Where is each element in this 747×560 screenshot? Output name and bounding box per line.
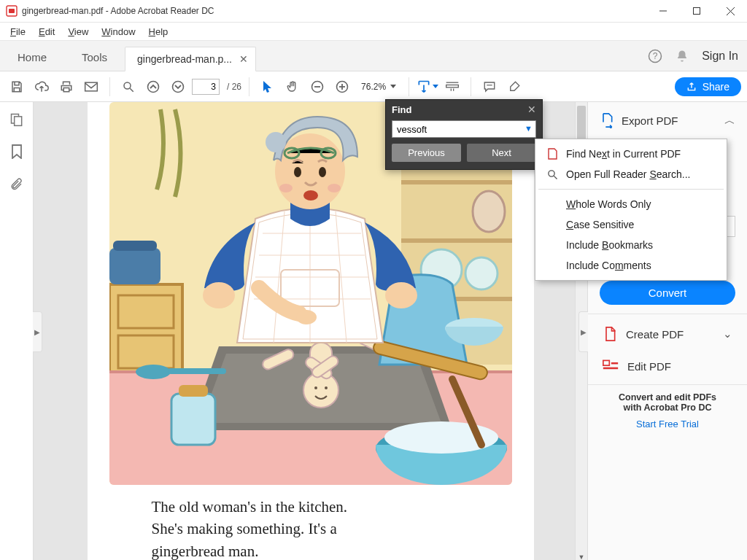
highlight-icon[interactable]	[503, 76, 525, 98]
menu-whole-words[interactable]: Whole Words Only	[535, 194, 727, 214]
close-button[interactable]	[713, 0, 747, 22]
svg-point-11	[148, 81, 159, 92]
tab-row: Home Tools gingerbread-man.p... ✕ ? Sign…	[0, 41, 747, 71]
page-content: The old woman's in the kitchen. She's ma…	[88, 102, 534, 560]
attachment-icon[interactable]	[10, 176, 23, 191]
hand-icon[interactable]	[282, 76, 303, 98]
svg-point-78	[548, 170, 554, 176]
mail-icon[interactable]	[80, 76, 102, 98]
find-options-menu: Find Next in Current PDF Open Full Reade…	[535, 139, 727, 281]
svg-rect-52	[171, 394, 215, 445]
create-pdf-item[interactable]: Create PDF ⌄	[600, 317, 735, 351]
svg-rect-75	[603, 360, 609, 365]
sign-in-button[interactable]: Sign In	[702, 50, 738, 63]
menu-include-comments[interactable]: Include Comments	[535, 255, 727, 276]
print-icon[interactable]	[55, 76, 77, 98]
cloud-upload-icon[interactable]	[31, 76, 53, 98]
edit-pdf-icon	[603, 359, 619, 373]
menubar: FFileile Edit View Window Help	[0, 23, 747, 41]
left-pane-toggle[interactable]: ▶	[33, 311, 42, 352]
find-options-toggle[interactable]: ▼	[525, 124, 533, 133]
chevron-down-icon	[433, 85, 438, 88]
svg-point-9	[124, 82, 131, 89]
find-next-button[interactable]: Next	[467, 144, 536, 162]
menu-find-next-in-pdf[interactable]: Find Next in Current PDF	[535, 144, 727, 164]
menu-window[interactable]: Window	[96, 25, 141, 39]
menu-file[interactable]: FFileile	[4, 25, 31, 39]
find-previous-button[interactable]: Previous	[392, 144, 461, 162]
thumbnails-icon[interactable]	[9, 112, 24, 127]
svg-line-10	[130, 88, 133, 92]
menu-case-sensitive[interactable]: Case Sensitive	[535, 214, 727, 235]
page-number-input[interactable]	[192, 79, 220, 95]
scroll-down-icon[interactable]: ▼	[576, 551, 587, 560]
zoom-dropdown[interactable]: 76.2%	[356, 79, 401, 94]
share-button[interactable]: Share	[675, 77, 741, 96]
edit-pdf-item[interactable]: Edit PDF	[600, 351, 735, 381]
svg-rect-53	[179, 385, 208, 397]
svg-rect-51	[168, 368, 226, 374]
svg-line-79	[554, 176, 557, 179]
svg-point-65	[296, 310, 317, 324]
maximize-button[interactable]	[680, 0, 713, 22]
fit-width-icon[interactable]	[417, 76, 438, 98]
menu-help[interactable]: Help	[143, 25, 174, 39]
svg-rect-1	[9, 9, 15, 13]
chevron-down-icon: ⌄	[723, 327, 732, 341]
svg-point-70	[303, 190, 318, 201]
search-icon	[546, 169, 559, 180]
menu-full-reader-search[interactable]: Open Full Reader Search...	[535, 164, 727, 184]
find-title: Find	[392, 104, 411, 115]
page-down-icon[interactable]	[167, 76, 189, 98]
tab-home[interactable]: Home	[0, 44, 64, 71]
tab-document[interactable]: gingerbread-man.p... ✕	[125, 47, 256, 71]
svg-point-64	[385, 282, 417, 308]
find-close-icon[interactable]: ✕	[527, 104, 536, 115]
story-text: The old woman's in the kitchen. She's ma…	[152, 496, 465, 560]
zoom-in-icon[interactable]	[331, 76, 353, 98]
svg-rect-77	[611, 362, 618, 365]
svg-point-50	[136, 365, 171, 379]
save-icon[interactable]	[6, 76, 28, 98]
share-icon	[686, 82, 697, 92]
left-nav-rail	[0, 102, 34, 560]
comment-icon[interactable]	[479, 76, 500, 98]
pdf-app-icon	[6, 5, 18, 17]
svg-point-45	[325, 386, 328, 389]
svg-point-69	[319, 167, 326, 177]
chevron-down-icon	[390, 85, 396, 88]
svg-rect-8	[85, 82, 98, 91]
svg-point-71	[279, 184, 293, 192]
tab-document-label: gingerbread-man.p...	[137, 53, 232, 65]
right-pane-toggle[interactable]: ▶	[578, 311, 588, 352]
svg-rect-36	[113, 241, 157, 251]
page-total: / 26	[227, 82, 241, 92]
svg-point-12	[173, 81, 184, 92]
tab-close-icon[interactable]: ✕	[239, 53, 248, 65]
menu-include-bookmarks[interactable]: Include Bookmarks	[535, 235, 727, 255]
window-title: gingerbread-man.pdf - Adobe Acrobat Read…	[22, 6, 214, 16]
export-pdf-header[interactable]: Export PDF ︿	[600, 112, 735, 128]
svg-point-38	[303, 373, 338, 408]
read-mode-icon[interactable]	[441, 76, 463, 98]
search-icon[interactable]	[117, 76, 139, 98]
svg-point-68	[294, 167, 301, 177]
create-pdf-icon	[603, 326, 617, 342]
start-trial-link[interactable]: Start Free Trial	[588, 416, 747, 438]
minimize-button[interactable]	[646, 0, 680, 22]
zoom-out-icon[interactable]	[306, 76, 328, 98]
menu-edit[interactable]: Edit	[33, 25, 61, 39]
bell-icon[interactable]	[676, 50, 689, 63]
menu-view[interactable]: View	[62, 25, 94, 39]
pointer-icon[interactable]	[257, 76, 279, 98]
bookmark-icon[interactable]	[11, 144, 23, 159]
help-icon[interactable]: ?	[648, 49, 662, 63]
tab-tools[interactable]: Tools	[64, 44, 125, 71]
toolbar: / 26 76.2% Share	[0, 71, 747, 102]
find-input[interactable]	[392, 120, 536, 138]
svg-rect-18	[446, 85, 459, 87]
convert-button[interactable]: Convert	[600, 281, 735, 305]
page-up-icon[interactable]	[142, 76, 164, 98]
titlebar: gingerbread-man.pdf - Adobe Acrobat Read…	[0, 0, 747, 23]
svg-rect-76	[603, 368, 618, 370]
